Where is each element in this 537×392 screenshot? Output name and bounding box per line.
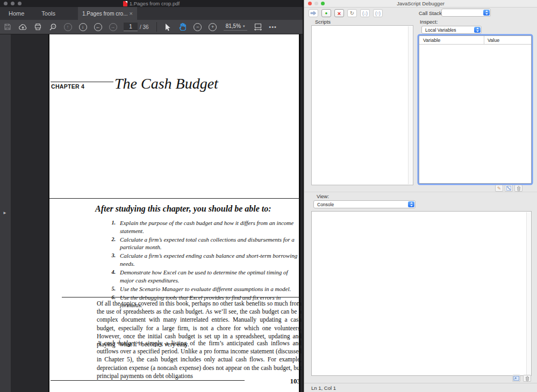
call-stack-dropdown[interactable] (441, 9, 491, 17)
view-label: View: (317, 193, 329, 199)
section-rule (49, 198, 302, 199)
tab-tools[interactable]: Tools (33, 7, 64, 20)
list-item: 4. Demonstrate how Excel can be used to … (107, 268, 301, 284)
document-canvas: CHAPTER 4 The Cash Budget After studying… (11, 34, 303, 392)
clear-console-button[interactable] (523, 375, 531, 382)
print-button[interactable] (30, 21, 45, 33)
close-tab-icon[interactable]: × (130, 10, 133, 17)
view-dropdown[interactable]: Console (313, 200, 416, 208)
chapter-rule (51, 82, 113, 82)
variables-table[interactable]: Variable Value (419, 35, 532, 184)
document-tab[interactable]: 1.Pages from cro... × (78, 7, 137, 20)
step-into-button[interactable]: (↓) (360, 9, 370, 17)
statusbar-divider (304, 383, 537, 383)
next-page-button[interactable]: ↓ (75, 21, 90, 33)
zoom-in-button[interactable]: + (205, 21, 220, 33)
cursor-arrow-icon (164, 23, 171, 31)
ellipsis-icon: ••• (269, 24, 277, 30)
stop-icon: × (338, 10, 341, 17)
inspect-dropdown-value: Local Variables (425, 27, 456, 33)
toolbar-separator (156, 22, 157, 32)
list-number: 4. (107, 268, 116, 284)
edit-variable-button[interactable]: ✎ (495, 185, 503, 192)
dropdown-stepper-icon (474, 27, 481, 33)
list-text: Demonstrate how Excel can be used to det… (120, 268, 301, 284)
share-button[interactable] (15, 21, 30, 33)
view-dropdown-value: Console (317, 202, 334, 207)
list-item: 5. Use the Scenario Manager to evaluate … (107, 285, 301, 293)
run-script-icon (513, 376, 519, 381)
page-up-icon: ↑ (64, 23, 72, 31)
section-divider (304, 192, 537, 192)
new-watch-button[interactable] (505, 185, 513, 192)
body-rule (62, 297, 302, 297)
run-button[interactable]: ● (321, 9, 331, 17)
search-button[interactable] (45, 21, 60, 33)
page-number-input[interactable]: 1 (124, 23, 138, 31)
expand-panel-icon[interactable]: ► (3, 210, 7, 215)
select-tool-button[interactable] (160, 21, 175, 33)
dropdown-stepper-icon (483, 10, 490, 16)
fit-width-button[interactable] (250, 21, 266, 33)
column-header-value: Value (484, 38, 499, 43)
cloud-upload-icon (18, 24, 27, 31)
paragraph-2: A cash budget is simply a listing of the… (97, 339, 302, 380)
list-number: 5. (107, 285, 116, 293)
list-text: Calculate a firm’s expected ending cash … (120, 252, 301, 267)
next-view-button[interactable]: → (105, 21, 120, 33)
list-text: Explain the purpose of the cash budget a… (120, 219, 301, 235)
document-filename: 1.Pages from crop.pdf (130, 1, 180, 6)
acrobat-titlebar: 1.Pages from crop.pdf (0, 0, 303, 7)
variables-table-header: Variable Value (419, 36, 531, 45)
acrobat-window: 1.Pages from crop.pdf Home Tools 1.Pages… (0, 0, 303, 392)
step-over-icon: ↻ (350, 10, 354, 16)
more-tools-button[interactable]: ••• (266, 21, 281, 33)
document-tab-label: 1.Pages from cro... (82, 11, 127, 17)
footer-rule (51, 380, 245, 381)
run-icon: ● (325, 11, 328, 16)
paragraph-2-lead: A (97, 340, 104, 346)
pdf-page[interactable]: CHAPTER 4 The Cash Budget After studying… (48, 34, 300, 392)
step-out-icon: (↑) (375, 11, 381, 16)
inspect-label: Inspect: (420, 19, 438, 25)
page-down-icon: ↓ (79, 23, 87, 31)
debugger-titlebar: JavaScript Debugger (304, 0, 537, 8)
previous-page-button[interactable]: ↑ (60, 21, 75, 33)
zoom-level-dropdown[interactable]: 81,5% ▾ (224, 23, 247, 31)
scripts-scrollbar[interactable] (408, 26, 412, 184)
step-over-button[interactable]: ↻ (347, 9, 357, 17)
delete-variable-button[interactable] (514, 185, 522, 192)
step-out-button[interactable]: (↑) (373, 9, 383, 17)
inspect-dropdown[interactable]: Local Variables (421, 26, 482, 34)
zoom-in-icon: + (209, 23, 217, 31)
tab-home[interactable]: Home (0, 7, 33, 20)
acrobat-window-title: 1.Pages from crop.pdf (0, 1, 303, 6)
run-script-button[interactable] (512, 375, 520, 382)
zoom-out-button[interactable]: − (190, 21, 205, 33)
acrobat-tabbar: Home Tools 1.Pages from cro... × (0, 7, 303, 20)
chapter-title: The Cash Budget (114, 75, 218, 92)
chapter-label: CHAPTER 4 (51, 83, 84, 90)
pdf-file-icon (123, 1, 127, 6)
column-header-variable: Variable (419, 36, 484, 44)
console-panel[interactable] (311, 211, 532, 376)
resume-button[interactable] (309, 9, 318, 17)
js-debugger-window: JavaScript Debugger ● × ↻ (↓) (↑) (304, 0, 537, 392)
save-button[interactable] (0, 21, 15, 33)
hand-tool-button[interactable] (175, 21, 190, 33)
list-number: 2. (107, 236, 116, 251)
hand-icon (178, 23, 187, 31)
cursor-position-status: Ln 1, Col 1 (311, 385, 336, 391)
previous-view-button[interactable]: ← (90, 21, 105, 33)
stop-button[interactable]: × (334, 9, 344, 17)
objectives-heading: After studying this chapter, you should … (95, 204, 271, 214)
scripts-panel[interactable] (311, 25, 413, 185)
printer-icon (34, 23, 42, 31)
fit-width-icon (254, 23, 262, 31)
debugger-toolbar: ● × ↻ (↓) (↑) (309, 9, 383, 17)
chevron-down-icon: ▾ (243, 24, 245, 28)
step-into-icon: (↓) (362, 11, 368, 16)
console-scrollbar[interactable] (526, 212, 531, 375)
list-text: Use the Scenario Manager to evaluate dif… (120, 285, 301, 293)
acrobat-toolbar: ↑ ↓ ← → 1 / 36 (0, 20, 303, 34)
